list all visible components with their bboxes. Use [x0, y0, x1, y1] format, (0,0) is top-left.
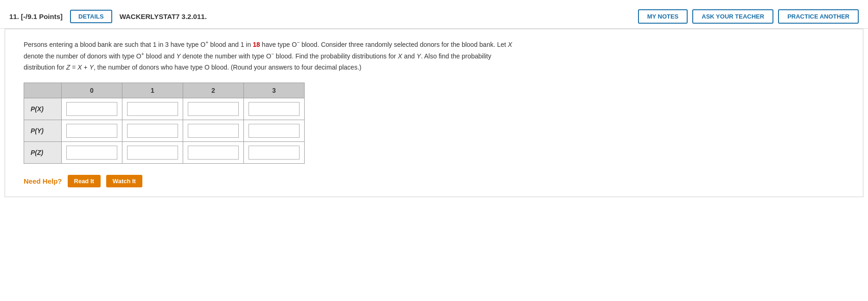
- input-cell-py-2: [183, 120, 244, 141]
- table-row-px: P(X): [24, 98, 305, 120]
- read-it-button[interactable]: Read It: [68, 175, 101, 187]
- input-cell-pz-1: [122, 141, 183, 163]
- input-cell-px-3: [244, 98, 305, 120]
- page-container: 11. [-/9.1 Points] DETAILS WACKERLYSTAT7…: [0, 0, 868, 301]
- text-line3: distribution for Z = X + Y, the number o…: [24, 64, 361, 71]
- text-part1: Persons entering a blood bank are such t…: [24, 41, 253, 48]
- header-buttons: MY NOTES ASK YOUR TEACHER PRACTICE ANOTH…: [638, 9, 859, 24]
- table-row-py: P(Y): [24, 120, 305, 141]
- input-py-2[interactable]: [188, 124, 239, 138]
- input-py-1[interactable]: [127, 124, 178, 138]
- input-cell-pz-0: [62, 141, 122, 163]
- input-cell-px-1: [122, 98, 183, 120]
- input-cell-px-0: [62, 98, 122, 120]
- table-row-pz: P(Z): [24, 141, 305, 163]
- table-header-empty: [24, 83, 62, 98]
- table-header-1: 1: [122, 83, 183, 98]
- input-px-3[interactable]: [249, 102, 300, 116]
- details-button[interactable]: DETAILS: [70, 10, 112, 23]
- problem-text: Persons entering a blood bank are such t…: [24, 38, 812, 73]
- table-header-2: 2: [183, 83, 244, 98]
- need-help-label: Need Help?: [24, 177, 62, 185]
- input-pz-3[interactable]: [249, 146, 300, 160]
- input-cell-pz-3: [244, 141, 305, 163]
- table-header-0: 0: [62, 83, 122, 98]
- input-px-2[interactable]: [188, 102, 239, 116]
- text-line2: denote the number of donors with type O+…: [24, 52, 491, 60]
- ask-teacher-button[interactable]: ASK YOUR TEACHER: [692, 9, 773, 24]
- my-notes-button[interactable]: MY NOTES: [638, 9, 688, 24]
- text-part3: have type O− blood. Consider three rando…: [260, 41, 512, 48]
- highlight-18: 18: [253, 41, 260, 48]
- input-cell-py-0: [62, 120, 122, 141]
- input-pz-2[interactable]: [188, 146, 239, 160]
- problem-id: WACKERLYSTAT7 3.2.011.: [120, 13, 631, 20]
- input-px-0[interactable]: [66, 102, 117, 116]
- content-border: Persons entering a blood bank are such t…: [5, 29, 863, 197]
- input-px-1[interactable]: [127, 102, 178, 116]
- content-area: Persons entering a blood bank are such t…: [5, 29, 863, 197]
- input-pz-1[interactable]: [127, 146, 178, 160]
- row-label-pz: P(Z): [24, 141, 62, 163]
- header-bar: 11. [-/9.1 Points] DETAILS WACKERLYSTAT7…: [0, 5, 868, 29]
- watch-it-button[interactable]: Watch It: [106, 175, 142, 187]
- need-help-section: Need Help? Read It Watch It: [24, 175, 849, 187]
- probability-table: 0 1 2 3 P(X): [24, 83, 305, 164]
- input-cell-py-3: [244, 120, 305, 141]
- input-cell-py-1: [122, 120, 183, 141]
- practice-another-button[interactable]: PRACTICE ANOTHER: [778, 9, 859, 24]
- input-pz-0[interactable]: [66, 146, 117, 160]
- input-py-3[interactable]: [249, 124, 300, 138]
- table-header-3: 3: [244, 83, 305, 98]
- row-label-px: P(X): [24, 98, 62, 120]
- input-cell-px-2: [183, 98, 244, 120]
- row-label-py: P(Y): [24, 120, 62, 141]
- input-cell-pz-2: [183, 141, 244, 163]
- input-py-0[interactable]: [66, 124, 117, 138]
- question-number: 11. [-/9.1 Points]: [9, 13, 63, 20]
